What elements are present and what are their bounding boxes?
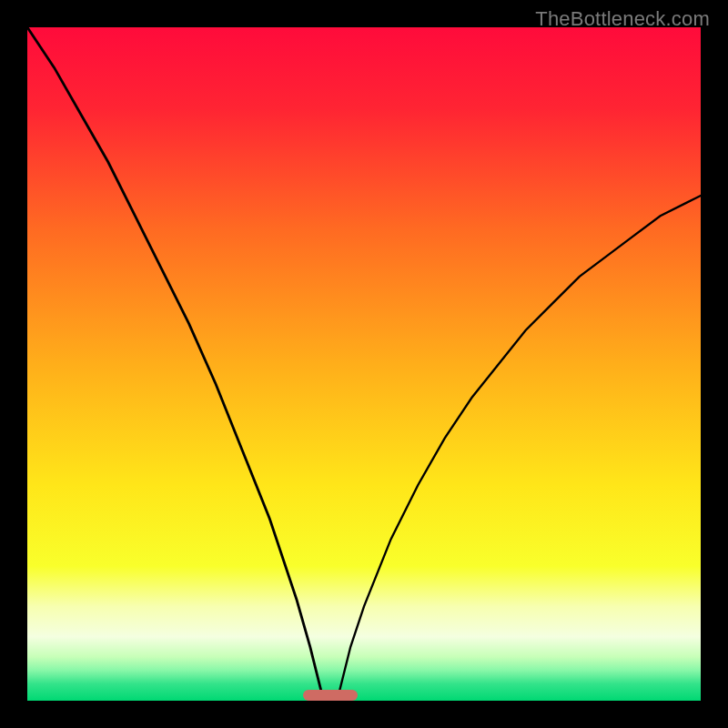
plot-area [27, 27, 701, 701]
optimum-marker [303, 690, 357, 701]
right-curve [337, 196, 701, 701]
outer-frame: TheBottleneck.com [0, 0, 728, 728]
left-curve [27, 27, 324, 701]
curve-layer [27, 27, 701, 701]
